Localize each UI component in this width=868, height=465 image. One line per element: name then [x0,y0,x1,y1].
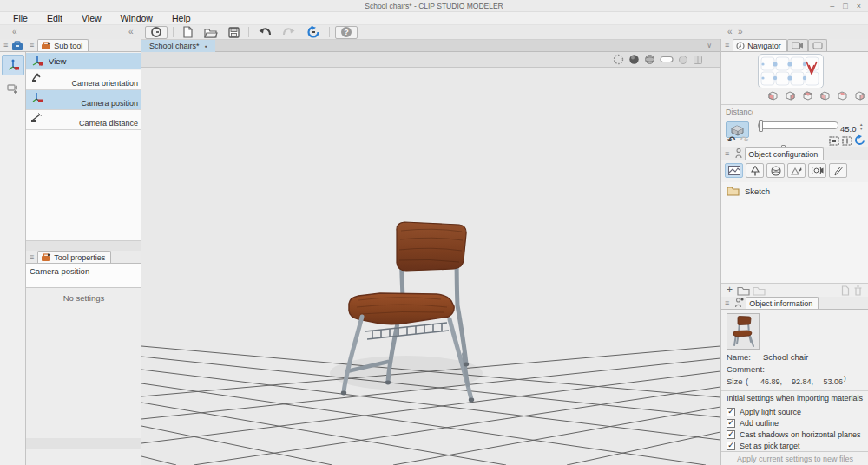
menu-help[interactable]: Help [162,12,201,25]
fit-selection-icon[interactable] [829,136,839,146]
terrain-tool-button[interactable] [787,163,806,178]
close-button[interactable]: × [857,0,861,12]
toolbox-icon[interactable] [11,41,23,50]
import-folder-disabled-icon[interactable] [753,286,766,296]
object-tree-item-sketch[interactable]: Sketch [727,186,770,196]
object-information-tab[interactable]: Object information [746,297,819,309]
save-button[interactable] [225,26,243,39]
apply-settings-button[interactable]: Apply current settings to new files [721,451,868,465]
minimize-button[interactable]: – [830,0,834,12]
undo-view-button[interactable]: ↶ [727,134,735,146]
collapse-left-dock-icon2[interactable]: « [128,25,134,38]
document-tab[interactable]: School chairs* ● [141,40,215,52]
checkbox[interactable]: ✓ [727,430,735,439]
checkbox-cast-shadows[interactable]: ✓ Cast shadows on horizontal planes [727,429,865,440]
size-x-value: 46.89, [754,377,782,386]
wireframe-sphere-icon[interactable] [613,54,624,65]
pen-tool-button[interactable] [829,163,847,178]
subtool-item-camera-position[interactable]: Camera position [26,90,141,110]
tool-strip: ≡ [0,39,26,465]
tool-properties-scrollbar[interactable] [26,438,141,449]
panel-menu-icon[interactable]: ≡ [721,147,733,160]
subtool-scrollbar[interactable] [26,241,141,251]
canvas-area: School chairs* ● ∨ [141,40,720,465]
sketch-tool-button[interactable] [725,163,743,178]
spinner-down-icon[interactable]: ▼ [859,127,863,131]
view-left-cube-icon[interactable] [802,90,813,102]
checkbox[interactable]: ✓ [727,442,735,450]
subtool-tab[interactable]: Sub tool [37,39,89,51]
maximize-button[interactable]: □ [843,0,847,12]
tool-camera-add[interactable] [2,77,24,98]
tree-tool-button[interactable] [746,163,764,178]
navigator-tab[interactable]: Navigator [733,39,787,51]
fit-all-icon[interactable] [842,136,852,146]
subtool-group-view[interactable]: View [26,53,141,69]
panel-menu-icon[interactable]: ≡ [721,297,733,309]
subtool-list: Camera orientation Camera position Camer… [26,70,141,241]
view-top-cube-icon[interactable] [837,90,848,102]
menu-bar: File Edit View Window Help [0,12,868,25]
subtool-item-camera-orientation[interactable]: Camera orientation [26,70,141,90]
navigator-tab-label: Navigator [747,42,781,50]
redo-button[interactable] [279,26,299,39]
view-front-cube-icon[interactable] [767,90,779,102]
tool-properties-tab[interactable]: Tool properties [37,251,111,263]
navigator-camera-tab[interactable] [787,39,808,51]
material-tool-button[interactable] [766,163,785,178]
redo-view-button[interactable]: ↷ [740,134,748,146]
panel-menu-icon[interactable]: ≡ [0,39,11,51]
clip-studio-logo-button[interactable] [145,26,168,39]
textured-sphere-icon[interactable] [644,54,655,65]
subtool-item-camera-distance[interactable]: Camera distance [26,110,141,130]
view-bottom-cube-icon[interactable] [854,90,865,102]
panel-menu-icon[interactable]: ≡ [26,251,37,263]
checkbox[interactable]: ✓ [727,419,735,428]
help-button[interactable]: ? [335,26,358,39]
distance-slider-handle[interactable] [759,120,763,132]
navigator-display-tab[interactable] [808,39,827,51]
panel-menu-icon[interactable]: ≡ [721,39,733,51]
subtool-item-label: Camera distance [79,119,138,128]
menu-view[interactable]: View [72,12,111,25]
checkbox-add-outline[interactable]: ✓ Add outline [727,417,865,429]
distance-label: Distance [726,108,753,116]
object-configuration-header: ≡ Object configuration [721,147,868,160]
camera-angle-pad[interactable] [758,54,824,88]
collapse-left-dock-icon[interactable]: « [12,25,17,38]
reset-rotation-button[interactable] [303,26,324,39]
checkbox-apply-light-source[interactable]: ✓ Apply light source [727,406,865,417]
menu-file[interactable]: File [3,12,37,25]
trash-icon[interactable] [853,285,863,296]
shaded-sphere-icon[interactable] [628,54,640,65]
view-back-cube-icon[interactable] [785,90,796,102]
add-object-icon[interactable]: + [727,284,733,297]
collapse-right-dock-icon[interactable]: « [727,25,733,38]
duplicate-icon[interactable] [841,285,850,296]
tab-list-dropdown-icon[interactable]: ∨ [707,40,712,51]
angle-value[interactable]: 45.0 [840,124,857,134]
angle-spinner[interactable]: ▲ ▼ [859,122,863,131]
object-thumbnail[interactable] [727,313,760,350]
ambient-circle-icon[interactable] [678,55,688,65]
new-file-button[interactable] [179,26,197,39]
reset-view-icon[interactable] [854,134,865,146]
import-folder-icon[interactable] [737,286,750,296]
light-slider-icon[interactable] [660,55,674,64]
distance-slider[interactable] [758,121,838,129]
camera-tool-button[interactable] [808,163,826,178]
object-information-tab-label: Object information [749,299,812,308]
environment-book-icon[interactable] [693,55,703,65]
viewport-3d[interactable] [141,68,720,465]
tool-camera-move[interactable] [2,55,24,75]
expand-right-dock-icon[interactable]: » [738,25,743,38]
object-configuration-tab[interactable]: Object configuration [745,147,824,160]
checkbox-set-pick-target[interactable]: ✓ Set as pick target [727,440,865,451]
menu-window[interactable]: Window [111,12,162,25]
view-right-cube-icon[interactable] [819,90,831,102]
open-file-button[interactable] [201,26,221,39]
menu-edit[interactable]: Edit [37,12,72,25]
checkbox[interactable]: ✓ [727,408,735,416]
panel-menu-icon[interactable]: ≡ [26,39,37,51]
undo-button[interactable] [254,26,275,39]
